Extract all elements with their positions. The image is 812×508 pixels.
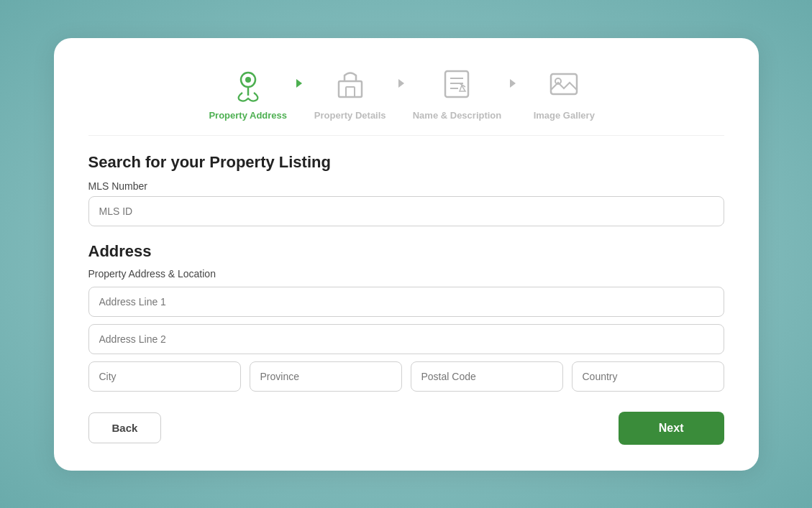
step-name-description[interactable]: Name & Description [413, 64, 502, 121]
city-input[interactable] [88, 361, 241, 392]
search-section-title: Search for your Property Listing [88, 153, 724, 172]
svg-point-2 [245, 77, 251, 83]
mls-label: MLS Number [88, 180, 724, 192]
stepper: Property Address Property Details [88, 64, 724, 136]
step-property-details[interactable]: Property Details [311, 64, 390, 121]
step-image-gallery-label: Image Gallery [534, 110, 595, 121]
next-button[interactable]: Next [619, 412, 724, 445]
form-content: Search for your Property Listing MLS Num… [88, 153, 724, 392]
arrow-3 [501, 78, 524, 89]
address-section-title: Address [88, 242, 724, 261]
wizard-card: Property Address Property Details [54, 38, 759, 471]
address-sublabel: Property Address & Location [88, 268, 724, 280]
address-line2-input[interactable] [88, 324, 724, 354]
address-line1-input[interactable] [88, 287, 724, 317]
svg-rect-4 [339, 81, 362, 97]
address-row-city-country [88, 361, 724, 392]
name-description-icon [437, 64, 477, 104]
back-button[interactable]: Back [88, 412, 162, 443]
province-input[interactable] [250, 361, 402, 392]
svg-marker-3 [296, 79, 302, 88]
step-property-details-label: Property Details [314, 110, 386, 121]
svg-marker-6 [398, 79, 404, 88]
step-image-gallery[interactable]: Image Gallery [524, 64, 603, 121]
image-gallery-icon [544, 64, 584, 104]
step-property-address-label: Property Address [209, 110, 287, 121]
search-section: Search for your Property Listing MLS Num… [88, 153, 724, 226]
form-footer: Back Next [88, 412, 724, 445]
step-property-address[interactable]: Property Address [209, 64, 288, 121]
step-name-description-label: Name & Description [413, 110, 502, 121]
mls-input[interactable] [88, 196, 724, 226]
svg-rect-13 [551, 74, 577, 94]
arrow-1 [288, 78, 311, 89]
svg-marker-12 [510, 79, 516, 88]
property-details-icon [330, 64, 370, 104]
arrow-2 [390, 78, 413, 89]
svg-rect-5 [346, 87, 355, 97]
postal-code-input[interactable] [411, 361, 563, 392]
country-input[interactable] [572, 361, 724, 392]
address-section: Address Property Address & Location [88, 242, 724, 392]
property-address-icon [228, 64, 268, 104]
